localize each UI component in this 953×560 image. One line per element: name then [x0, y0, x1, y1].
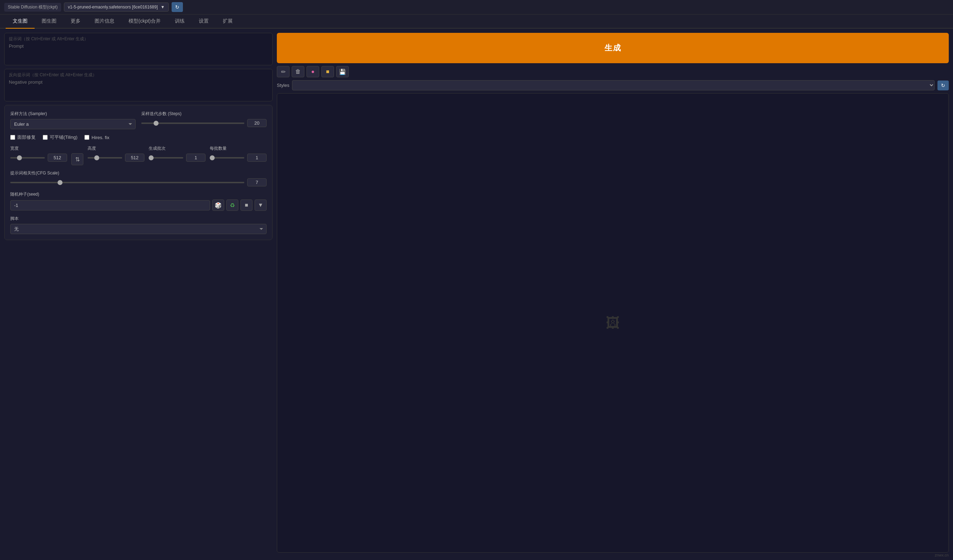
steps-slider-row: 20 [141, 119, 267, 127]
right-panel: 生成 ✏ 🗑 ● ■ 💾 Styles ↻ 🖼 [273, 33, 949, 552]
seed-input[interactable]: -1 [10, 200, 210, 211]
trash-button[interactable]: 🗑 [292, 66, 304, 78]
batch-count-value-input[interactable]: 1 [186, 154, 205, 162]
save-button[interactable]: 💾 [336, 66, 349, 78]
script-label: 脚本 [10, 216, 267, 222]
tab-txt2img[interactable]: 文生图 [6, 14, 35, 29]
styles-refresh-button[interactable]: ↻ [937, 81, 949, 90]
negative-prompt-input[interactable] [9, 79, 268, 97]
style-button-2[interactable]: ■ [321, 66, 334, 78]
positive-prompt-input[interactable] [9, 43, 268, 61]
height-label: 高度 [88, 146, 144, 152]
tab-img2img[interactable]: 图生图 [35, 14, 64, 29]
style-button-1[interactable]: ● [306, 66, 319, 78]
face-restore-checkbox[interactable]: 面部修复 [10, 134, 36, 141]
height-value-input[interactable]: 512 [125, 154, 144, 162]
sampler-select[interactable]: Euler a Euler LMS Heun DPM2 DPM2 a DDIM … [10, 119, 136, 129]
steps-label: 采样迭代步数 (Steps) [141, 111, 267, 117]
chevron-down-icon: ▼ [161, 5, 165, 9]
hires-fix-label: Hires. fix [92, 135, 109, 140]
hires-fix-input[interactable] [84, 135, 89, 140]
styles-row: Styles ↻ [277, 80, 949, 90]
face-restore-input[interactable] [10, 135, 15, 140]
height-slider[interactable] [88, 157, 122, 158]
tab-img-info[interactable]: 图片信息 [88, 14, 121, 29]
script-select[interactable]: 无 [10, 224, 267, 234]
extra-seed-button[interactable]: ■ [241, 200, 253, 211]
width-slider[interactable] [10, 157, 45, 158]
refresh-model-button[interactable]: ↻ [172, 2, 183, 12]
batch-count-slider[interactable] [149, 157, 183, 158]
image-placeholder-icon: 🖼 [606, 315, 620, 331]
extra-seed-dropdown[interactable]: ▼ [255, 200, 267, 211]
prompt-hint: 提示词（按 Ctrl+Enter 或 Alt+Enter 生成） [9, 36, 268, 42]
sampler-label: 采样方法 (Sampler) [10, 111, 136, 117]
title-bar: Stable Diffusion 模型(ckpt) v1-5-pruned-em… [0, 0, 953, 14]
image-preview-area: 🖼 [277, 93, 949, 552]
main-container: 提示词（按 Ctrl+Enter 或 Alt+Enter 生成） 反向提示词（按… [0, 29, 953, 557]
pencil-button[interactable]: ✏ [277, 66, 290, 78]
tab-settings[interactable]: 设置 [192, 14, 216, 29]
width-label: 宽度 [10, 146, 67, 152]
settings-panel: 采样方法 (Sampler) Euler a Euler LMS Heun DP… [4, 105, 273, 240]
toolbar-row: ✏ 🗑 ● ■ 💾 [277, 66, 949, 78]
tab-model-merge[interactable]: 模型(ckpt)合并 [121, 14, 168, 29]
seed-section: 随机种子(seed) -1 🎲 ♻ ■ ▼ [10, 191, 267, 211]
cfg-slider[interactable] [10, 182, 244, 183]
tiling-label: 可平铺(Tiling) [50, 134, 77, 141]
tab-extensions[interactable]: 扩展 [216, 14, 240, 29]
face-restore-label: 面部修复 [17, 134, 36, 141]
styles-label: Styles [277, 83, 289, 88]
script-section: 脚本 无 [10, 216, 267, 234]
positive-prompt-box: 提示词（按 Ctrl+Enter 或 Alt+Enter 生成） [4, 33, 273, 65]
left-panel: 提示词（按 Ctrl+Enter 或 Alt+Enter 生成） 反向提示词（按… [4, 33, 273, 552]
seed-row: -1 🎲 ♻ ■ ▼ [10, 200, 267, 211]
watermark: znwx.cn [934, 553, 949, 557]
width-value-input[interactable]: 512 [48, 154, 67, 162]
batch-size-slider[interactable] [210, 157, 244, 158]
cfg-label: 提示词相关性(CFG Scale) [10, 170, 267, 176]
model-selector[interactable]: v1-5-pruned-emaonly.safetensors [6ce0161… [64, 3, 169, 12]
batch-count-label: 生成批次 [149, 146, 205, 152]
negative-prompt-hint: 反向提示词（按 Ctrl+Enter 或 Alt+Enter 生成） [9, 72, 268, 78]
checkboxes-row: 面部修复 可平铺(Tiling) Hires. fix [10, 134, 267, 141]
reuse-seed-button[interactable]: ♻ [226, 200, 238, 211]
cfg-value-input[interactable]: 7 [247, 178, 267, 186]
hires-fix-checkbox[interactable]: Hires. fix [84, 135, 109, 140]
steps-slider[interactable] [141, 123, 244, 124]
styles-select[interactable] [292, 80, 934, 90]
tab-bar: 文生图 图生图 更多 图片信息 模型(ckpt)合并 训练 设置 扩展 [0, 14, 953, 29]
tab-more[interactable]: 更多 [64, 14, 88, 29]
negative-prompt-box: 反向提示词（按 Ctrl+Enter 或 Alt+Enter 生成） [4, 69, 273, 101]
seed-label: 随机种子(seed) [10, 191, 267, 197]
steps-value-input[interactable]: 20 [247, 119, 267, 127]
generate-button[interactable]: 生成 [277, 33, 949, 63]
swap-dimensions-button[interactable]: ⇅ [71, 153, 83, 165]
model-name: v1-5-pruned-emaonly.safetensors [6ce0161… [68, 5, 158, 9]
tiling-input[interactable] [43, 135, 48, 140]
tab-train[interactable]: 训练 [168, 14, 192, 29]
tiling-checkbox[interactable]: 可平铺(Tiling) [43, 134, 77, 141]
batch-size-label: 每批数量 [210, 146, 267, 152]
batch-size-value-input[interactable]: 1 [247, 154, 267, 162]
app-title: Stable Diffusion 模型(ckpt) [4, 3, 61, 12]
random-seed-button[interactable]: 🎲 [212, 200, 224, 211]
cfg-scale-row: 提示词相关性(CFG Scale) 7 [10, 170, 267, 186]
